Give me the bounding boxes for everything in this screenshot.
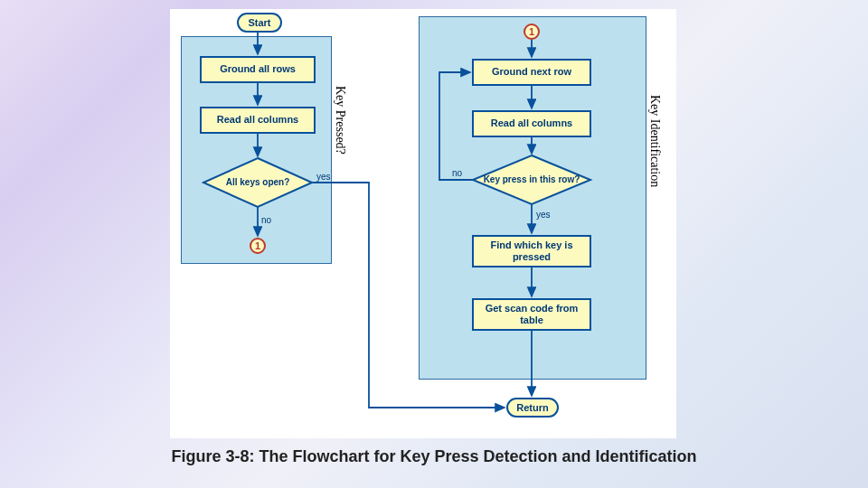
figure-caption: Figure 3-8: The Flowchart for Key Press …: [0, 447, 868, 466]
flowchart-diagram: Key Pressed? Key Identification Start Gr…: [170, 9, 676, 438]
flow-arrows: [170, 9, 676, 443]
